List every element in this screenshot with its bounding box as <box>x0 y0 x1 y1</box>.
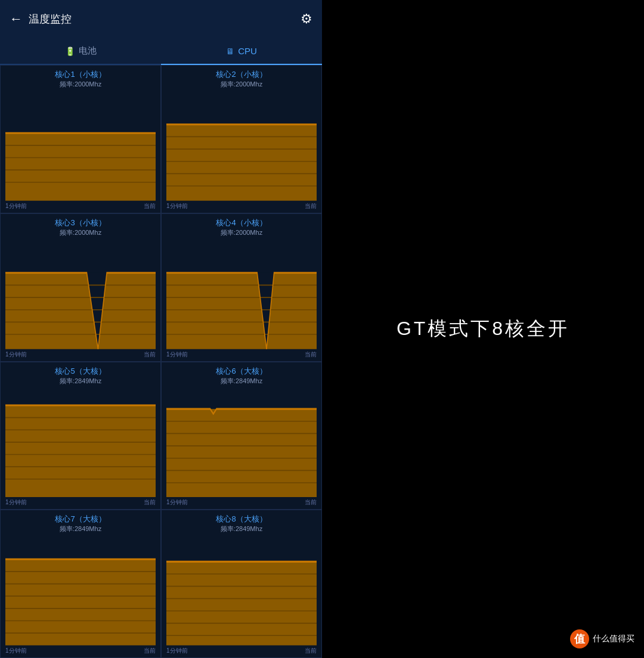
back-button[interactable]: ← <box>10 11 23 27</box>
core-7-name: 核心7（大核） <box>5 514 156 524</box>
core-cell-4: 核心4（小核） 频率:2000Mhz 1分钟前 当前 <box>161 213 322 362</box>
time-end: 当前 <box>144 202 156 210</box>
svg-rect-49 <box>166 387 317 409</box>
core-1-name: 核心1（小核） <box>5 69 156 80</box>
core-5-freq: 频率:2849Mhz <box>5 377 156 386</box>
svg-marker-24 <box>5 273 156 349</box>
cpu-icon: 🖥 <box>226 46 234 56</box>
time-start: 1分钟前 <box>166 350 188 359</box>
core-8-time: 1分钟前 当前 <box>166 647 317 655</box>
core-7-freq: 频率:2849Mhz <box>5 524 156 533</box>
core-5-time: 1分钟前 当前 <box>5 498 156 507</box>
svg-rect-40 <box>5 405 156 497</box>
time-start: 1分钟前 <box>166 498 188 507</box>
core-cell-1: 核心1（小核） 频率:2000Mhz <box>0 65 161 213</box>
core-6-chart <box>166 387 317 498</box>
watermark: 值 什么值得买 <box>570 629 634 648</box>
svg-marker-32 <box>166 273 317 349</box>
tab-battery-label: 电池 <box>79 45 97 57</box>
core-2-time: 1分钟前 当前 <box>166 202 317 210</box>
core-5-name: 核心5（大核） <box>5 366 156 377</box>
core-7-time: 1分钟前 当前 <box>5 647 156 655</box>
time-start: 1分钟前 <box>166 202 188 210</box>
time-end: 当前 <box>144 647 156 655</box>
time-start: 1分钟前 <box>5 350 27 359</box>
core-8-name: 核心8（大核） <box>166 514 317 524</box>
svg-rect-6 <box>5 90 156 133</box>
core-6-name: 核心6（大核） <box>166 366 317 377</box>
core-4-freq: 频率:2000Mhz <box>166 228 317 237</box>
core-3-chart <box>5 238 156 349</box>
svg-rect-68 <box>166 535 317 561</box>
core-7-chart <box>5 535 156 645</box>
core-1-time: 1分钟前 当前 <box>5 202 156 210</box>
app-panel: ← 温度监控 ⚙ 🔋 电池 🖥 CPU 核心1（小核） 频率:2000Mhz <box>0 0 322 658</box>
svg-rect-39 <box>5 387 156 405</box>
core-5-chart <box>5 387 156 498</box>
settings-icon[interactable]: ⚙ <box>301 11 312 27</box>
core-8-chart <box>166 535 317 645</box>
time-end: 当前 <box>305 498 317 507</box>
svg-rect-15 <box>166 125 317 201</box>
core-2-chart <box>166 90 317 201</box>
time-end: 当前 <box>144 498 156 507</box>
time-end: 当前 <box>305 647 317 655</box>
core-6-freq: 频率:2849Mhz <box>166 377 317 386</box>
core-4-name: 核心4（小核） <box>166 218 317 228</box>
core-4-time: 1分钟前 当前 <box>166 350 317 359</box>
time-end: 当前 <box>144 350 156 359</box>
svg-rect-50 <box>166 409 317 498</box>
core-cell-7: 核心7（大核） 频率:2849Mhz 1分钟前 当前 <box>0 510 161 658</box>
tab-battery[interactable]: 🔋 电池 <box>0 38 161 64</box>
battery-icon: 🔋 <box>65 46 75 56</box>
svg-rect-14 <box>166 90 317 125</box>
core-cell-6: 核心6（大核） 频率:2849Mhz 1分钟前 <box>161 362 322 510</box>
page-title: 温度监控 <box>29 12 72 26</box>
gt-mode-text: GT模式下8核全开 <box>397 316 569 342</box>
time-start: 1分钟前 <box>5 647 27 655</box>
core-cell-8: 核心8（大核） 频率:2849Mhz 1分钟前 当前 <box>161 510 322 658</box>
cores-grid: 核心1（小核） 频率:2000Mhz <box>0 65 322 658</box>
time-end: 当前 <box>305 202 317 210</box>
core-3-time: 1分钟前 当前 <box>5 350 156 359</box>
core-4-chart <box>166 238 317 349</box>
core-cell-2: 核心2（小核） 频率:2000Mhz 1分钟前 当前 <box>161 65 322 213</box>
core-cell-3: 核心3（小核） 频率:2000Mhz <box>0 213 161 362</box>
header-left: ← 温度监控 <box>10 11 72 27</box>
core-1-freq: 频率:2000Mhz <box>5 80 156 89</box>
svg-rect-31 <box>166 238 317 273</box>
time-start: 1分钟前 <box>5 202 27 210</box>
watermark-label: 什么值得买 <box>593 634 634 644</box>
time-start: 1分钟前 <box>5 498 27 507</box>
core-cell-5: 核心5（大核） 频率:2849Mhz 1分钟前 当前 <box>0 362 161 510</box>
core-3-name: 核心3（小核） <box>5 218 156 228</box>
tab-cpu[interactable]: 🖥 CPU <box>161 38 322 65</box>
core-1-chart <box>5 90 156 201</box>
core-2-name: 核心2（小核） <box>166 69 317 80</box>
svg-rect-23 <box>5 238 156 273</box>
tabs: 🔋 电池 🖥 CPU <box>0 38 322 65</box>
tab-cpu-label: CPU <box>238 46 257 56</box>
svg-rect-7 <box>5 133 156 201</box>
right-panel: GT模式下8核全开 值 什么值得买 <box>322 0 644 658</box>
time-start: 1分钟前 <box>166 647 188 655</box>
core-6-time: 1分钟前 当前 <box>166 498 317 507</box>
watermark-logo: 值 <box>570 629 589 648</box>
svg-rect-59 <box>5 560 156 645</box>
header: ← 温度监控 ⚙ <box>0 0 322 38</box>
core-3-freq: 频率:2000Mhz <box>5 228 156 237</box>
core-8-freq: 频率:2849Mhz <box>166 524 317 533</box>
core-2-freq: 频率:2000Mhz <box>166 80 317 89</box>
time-end: 当前 <box>305 350 317 359</box>
svg-rect-58 <box>5 535 156 559</box>
